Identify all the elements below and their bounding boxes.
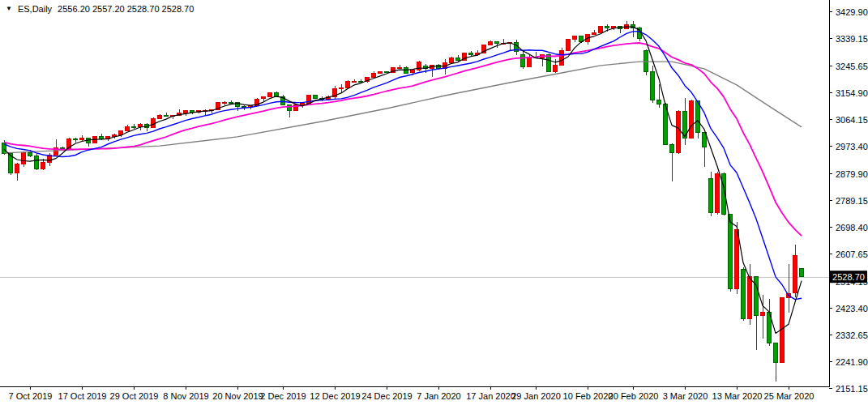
candle[interactable] bbox=[333, 86, 337, 99]
candle[interactable] bbox=[158, 114, 162, 119]
x-axis-tick-label: 29 Jan 2020 bbox=[511, 391, 561, 401]
y-axis-tick-label: 2879.90 bbox=[836, 169, 868, 179]
candle[interactable] bbox=[599, 26, 603, 33]
y-axis-tick-label: 3429.90 bbox=[836, 7, 868, 17]
y-axis-tick-label: 3064.15 bbox=[836, 115, 868, 125]
candle[interactable] bbox=[372, 71, 376, 78]
ma-fast-line bbox=[4, 27, 802, 333]
candle[interactable] bbox=[729, 215, 733, 292]
price-tag-layer: 2528.70 bbox=[830, 271, 867, 283]
candle[interactable] bbox=[495, 41, 499, 49]
candle[interactable] bbox=[755, 277, 759, 351]
candle[interactable] bbox=[800, 268, 804, 276]
candle[interactable] bbox=[165, 113, 169, 117]
candle[interactable] bbox=[716, 172, 720, 215]
candle[interactable] bbox=[346, 80, 350, 88]
candle[interactable] bbox=[152, 117, 156, 128]
candle[interactable] bbox=[592, 30, 596, 35]
y-axis-tick-label: 2423.40 bbox=[836, 304, 868, 313]
candle[interactable] bbox=[703, 132, 707, 167]
candle[interactable] bbox=[54, 139, 58, 155]
x-axis-tick-label: 24 Dec 2019 bbox=[361, 391, 412, 401]
candle[interactable] bbox=[74, 138, 78, 143]
candle[interactable] bbox=[223, 101, 227, 104]
x-axis-tick-label: 2 Dec 2019 bbox=[260, 391, 306, 401]
candle[interactable] bbox=[22, 151, 26, 167]
x-axis-tick-label: 17 Oct 2019 bbox=[58, 391, 107, 401]
y-axis-tick-label: 2973.40 bbox=[836, 142, 868, 151]
candle[interactable] bbox=[469, 51, 473, 56]
candle[interactable] bbox=[677, 110, 681, 155]
candle[interactable] bbox=[489, 40, 493, 45]
y-axis-tick-label: 2241.90 bbox=[836, 357, 868, 367]
moving-averages-layer bbox=[4, 27, 802, 333]
candle[interactable] bbox=[80, 135, 84, 140]
candle[interactable] bbox=[560, 48, 564, 65]
candle[interactable] bbox=[670, 143, 674, 181]
ma-long-line bbox=[4, 62, 802, 153]
candle[interactable] bbox=[353, 79, 357, 83]
candle[interactable] bbox=[521, 51, 525, 69]
candle[interactable] bbox=[281, 95, 285, 106]
x-axis-tick-label: 3 Mar 2020 bbox=[663, 391, 708, 401]
candle[interactable] bbox=[567, 39, 571, 51]
candle[interactable] bbox=[683, 98, 687, 145]
candle[interactable] bbox=[657, 84, 661, 108]
candle[interactable] bbox=[748, 264, 752, 325]
candle[interactable] bbox=[768, 299, 772, 346]
y-axis-tick-label: 2789.15 bbox=[836, 196, 868, 206]
candle[interactable] bbox=[340, 84, 344, 92]
candle[interactable] bbox=[145, 123, 149, 131]
candle[interactable] bbox=[631, 21, 635, 37]
candle[interactable] bbox=[417, 61, 421, 70]
x-axis-tick-label: 20 Nov 2019 bbox=[212, 391, 263, 401]
candle[interactable] bbox=[456, 55, 460, 62]
candle[interactable] bbox=[268, 92, 272, 96]
candle[interactable] bbox=[126, 125, 130, 130]
candlestick-chart[interactable]: 3429.903339.153245.653154.903064.152973.… bbox=[0, 0, 868, 405]
ma-slow-line bbox=[4, 43, 802, 236]
candle[interactable] bbox=[262, 96, 266, 101]
current-price-tag-label: 2528.70 bbox=[832, 272, 865, 282]
x-axis-tick-label: 10 Feb 2020 bbox=[563, 391, 614, 401]
candle[interactable] bbox=[515, 40, 519, 55]
y-axis-tick-label: 2332.65 bbox=[836, 330, 868, 340]
candle[interactable] bbox=[398, 65, 402, 69]
candle[interactable] bbox=[787, 264, 791, 313]
candle[interactable] bbox=[696, 100, 700, 139]
candle[interactable] bbox=[573, 36, 577, 42]
candle[interactable] bbox=[709, 172, 713, 216]
candle[interactable] bbox=[651, 66, 655, 104]
candle[interactable] bbox=[87, 138, 91, 146]
x-axis-tick-label: 25 Mar 2020 bbox=[764, 391, 815, 401]
candle[interactable] bbox=[35, 154, 39, 169]
ma-mid-line bbox=[4, 32, 802, 300]
candle[interactable] bbox=[528, 54, 532, 66]
x-axis-tick-label: 8 Nov 2019 bbox=[163, 391, 208, 401]
x-axis-tick-label: 7 Oct 2019 bbox=[9, 391, 53, 401]
x-axis-tick-label: 7 Jan 2020 bbox=[417, 391, 460, 401]
candle[interactable] bbox=[443, 59, 447, 75]
candle[interactable] bbox=[15, 163, 19, 181]
x-axis-tick-label: 20 Feb 2020 bbox=[609, 391, 659, 401]
candle[interactable] bbox=[774, 343, 778, 382]
x-axis-tick-label: 17 Jan 2020 bbox=[466, 391, 515, 401]
candle[interactable] bbox=[450, 57, 454, 62]
candle[interactable] bbox=[793, 245, 797, 296]
chart-title: ▼ ES,Daily 2556.20 2557.20 2528.70 2528.… bbox=[6, 4, 194, 14]
axes-layer: 3429.903339.153245.653154.903064.152973.… bbox=[0, 0, 868, 401]
candle[interactable] bbox=[554, 59, 558, 73]
y-axis-tick-label: 2698.40 bbox=[836, 223, 868, 232]
y-axis-tick-label: 2607.65 bbox=[836, 249, 868, 259]
candle[interactable] bbox=[314, 95, 318, 99]
candle[interactable] bbox=[625, 21, 629, 29]
y-axis-tick-label: 3245.65 bbox=[836, 62, 868, 71]
ohlc-quote-text: 2556.20 2557.20 2528.70 2528.70 bbox=[58, 4, 194, 14]
symbol-timeframe-label: ES,Daily bbox=[18, 4, 52, 14]
candle[interactable] bbox=[132, 124, 136, 129]
candle[interactable] bbox=[742, 267, 746, 321]
candle[interactable] bbox=[690, 100, 694, 138]
candle[interactable] bbox=[378, 71, 383, 75]
symbol-dropdown-icon[interactable]: ▼ bbox=[6, 6, 12, 12]
y-axis-tick-label: 3154.90 bbox=[836, 88, 868, 98]
